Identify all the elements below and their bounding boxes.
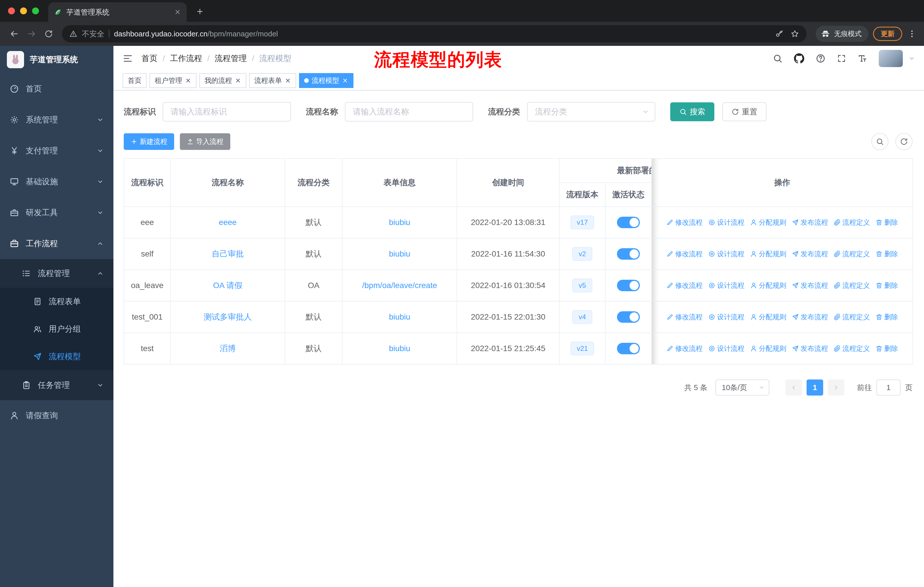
- sidebar-item-home[interactable]: 首页: [0, 73, 114, 104]
- breadcrumb-process-management[interactable]: 流程管理: [215, 53, 247, 64]
- breadcrumb-home[interactable]: 首页: [142, 53, 158, 64]
- action-publish-process[interactable]: 发布流程: [792, 344, 828, 353]
- action-assign-rule[interactable]: 分配规则: [750, 218, 786, 227]
- process-name-link[interactable]: OA 请假: [213, 281, 243, 290]
- app-logo[interactable]: 芋道管理系统: [0, 46, 114, 73]
- goto-page-input[interactable]: [876, 379, 901, 395]
- process-name-link[interactable]: 滔博: [220, 344, 236, 353]
- breadcrumb-workflow[interactable]: 工作流程: [170, 53, 202, 64]
- next-page-button[interactable]: [828, 379, 844, 395]
- form-info-link[interactable]: biubiu: [389, 250, 411, 258]
- sidebar-item-process-form[interactable]: 流程表单: [0, 288, 114, 315]
- action-delete[interactable]: 删除: [876, 250, 898, 258]
- action-process-definition[interactable]: 流程定义: [834, 281, 870, 290]
- action-assign-rule[interactable]: 分配规则: [750, 344, 786, 353]
- sidebar-item-user-group[interactable]: 用户分组: [0, 315, 114, 343]
- action-design-process[interactable]: 设计流程: [708, 281, 744, 290]
- maximize-window-button[interactable]: [32, 7, 39, 14]
- fullscreen-icon[interactable]: [837, 54, 846, 63]
- minimize-window-button[interactable]: [20, 7, 27, 14]
- font-size-icon[interactable]: [858, 54, 867, 63]
- browser-menu-button[interactable]: [906, 29, 918, 38]
- search-icon[interactable]: [773, 54, 782, 63]
- process-name-link[interactable]: 测试多审批人: [204, 313, 252, 321]
- action-edit-process[interactable]: 修改流程: [667, 344, 703, 353]
- search-button[interactable]: 搜索: [670, 103, 714, 121]
- tag-close-icon[interactable]: [342, 78, 348, 84]
- sidebar-item-system[interactable]: 系统管理: [0, 104, 114, 135]
- chrome-update-button[interactable]: 更新: [873, 26, 902, 41]
- action-process-definition[interactable]: 流程定义: [834, 218, 870, 227]
- active-toggle[interactable]: [617, 343, 640, 354]
- tag-tenant-management[interactable]: 租户管理: [150, 73, 196, 88]
- action-design-process[interactable]: 设计流程: [708, 250, 744, 258]
- sidebar-item-devtools[interactable]: 研发工具: [0, 197, 114, 228]
- new-tab-button[interactable]: [191, 3, 208, 20]
- action-publish-process[interactable]: 发布流程: [792, 250, 828, 258]
- user-avatar[interactable]: [879, 50, 903, 67]
- close-window-button[interactable]: [8, 7, 15, 14]
- process-category-select[interactable]: 流程分类: [527, 102, 655, 122]
- process-name-link[interactable]: 自己审批: [212, 250, 244, 258]
- sidebar-toggle-hamburger[interactable]: [122, 53, 133, 64]
- sidebar-item-leave-query[interactable]: 请假查询: [0, 400, 114, 431]
- help-icon[interactable]: [816, 54, 825, 63]
- refresh-table-button[interactable]: [895, 133, 912, 150]
- action-process-definition[interactable]: 流程定义: [834, 250, 870, 258]
- tag-process-model-active[interactable]: 流程模型: [299, 73, 353, 88]
- tag-my-process[interactable]: 我的流程: [200, 73, 246, 88]
- tag-close-icon[interactable]: [185, 78, 191, 84]
- action-design-process[interactable]: 设计流程: [708, 218, 744, 227]
- toggle-search-button[interactable]: [871, 133, 888, 150]
- prev-page-button[interactable]: [785, 379, 802, 395]
- action-design-process[interactable]: 设计流程: [708, 313, 744, 322]
- tag-home[interactable]: 首页: [122, 73, 147, 88]
- tag-close-icon[interactable]: [285, 78, 291, 84]
- process-name-input[interactable]: [345, 102, 473, 122]
- action-publish-process[interactable]: 发布流程: [792, 281, 828, 290]
- password-key-icon[interactable]: [775, 30, 784, 38]
- sidebar-item-payment[interactable]: 支付管理: [0, 135, 114, 166]
- action-delete[interactable]: 删除: [876, 281, 898, 290]
- page-size-select[interactable]: 10条/页: [716, 379, 769, 395]
- action-publish-process[interactable]: 发布流程: [792, 218, 828, 227]
- action-assign-rule[interactable]: 分配规则: [750, 313, 786, 322]
- incognito-badge[interactable]: 无痕模式: [816, 26, 868, 42]
- tag-close-icon[interactable]: [235, 78, 241, 84]
- browser-tab[interactable]: 芋道管理系统: [48, 2, 187, 22]
- action-assign-rule[interactable]: 分配规则: [750, 281, 786, 290]
- action-assign-rule[interactable]: 分配规则: [750, 250, 786, 258]
- sidebar-item-process-model[interactable]: 流程模型: [0, 343, 114, 370]
- action-edit-process[interactable]: 修改流程: [667, 218, 703, 227]
- active-toggle[interactable]: [617, 217, 640, 228]
- back-button[interactable]: [6, 25, 23, 42]
- reload-button[interactable]: [40, 25, 57, 42]
- reset-button[interactable]: 重置: [723, 103, 766, 121]
- import-process-button[interactable]: 导入流程: [180, 133, 230, 150]
- tab-close-icon[interactable]: [174, 8, 181, 15]
- action-publish-process[interactable]: 发布流程: [792, 313, 828, 322]
- sidebar-item-workflow[interactable]: 工作流程: [0, 228, 114, 259]
- action-process-definition[interactable]: 流程定义: [834, 313, 870, 322]
- action-process-definition[interactable]: 流程定义: [834, 344, 870, 353]
- process-name-link[interactable]: eeee: [219, 218, 237, 227]
- address-bar[interactable]: 不安全 dashboard.yudao.iocoder.cn/bpm/manag…: [62, 25, 807, 42]
- active-toggle[interactable]: [617, 311, 640, 323]
- action-delete[interactable]: 删除: [876, 218, 898, 227]
- sidebar-item-task-management[interactable]: 任务管理: [0, 370, 114, 400]
- tag-process-form[interactable]: 流程表单: [249, 73, 296, 88]
- bookmark-star-icon[interactable]: [790, 30, 799, 38]
- github-icon[interactable]: [794, 53, 804, 64]
- action-edit-process[interactable]: 修改流程: [667, 313, 703, 322]
- action-edit-process[interactable]: 修改流程: [667, 250, 703, 258]
- create-process-button[interactable]: 新建流程: [124, 133, 174, 150]
- active-toggle[interactable]: [617, 280, 640, 291]
- form-info-link[interactable]: /bpm/oa/leave/create: [362, 281, 437, 290]
- form-info-link[interactable]: biubiu: [389, 218, 411, 227]
- action-delete[interactable]: 删除: [876, 313, 898, 322]
- sidebar-item-infrastructure[interactable]: 基础设施: [0, 166, 114, 197]
- action-delete[interactable]: 删除: [876, 344, 898, 353]
- active-toggle[interactable]: [617, 248, 640, 260]
- action-design-process[interactable]: 设计流程: [708, 344, 744, 353]
- process-id-input[interactable]: [163, 102, 291, 122]
